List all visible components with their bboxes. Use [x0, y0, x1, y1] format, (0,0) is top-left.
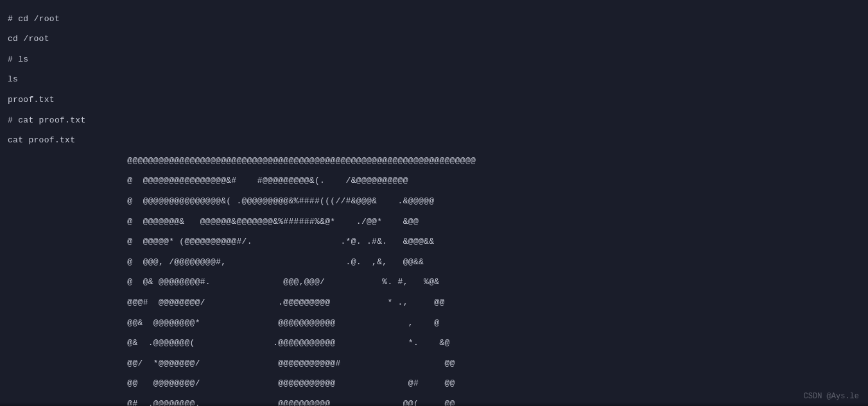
ascii-art-line: @@@# @@@@@@@@/ .@@@@@@@@@ * ., @@ — [8, 298, 860, 308]
terminal-line: ls — [8, 74, 860, 85]
terminal-line: # cd /root — [8, 14, 860, 24]
watermark: CSDN @Ays.le — [804, 392, 859, 401]
shadow-decoration — [0, 402, 868, 406]
ascii-art-line: @ @@@@@@@@@@@@@@@@&# #@@@@@@@@@&(. /&@@@… — [8, 176, 860, 186]
ascii-art-line: @@& @@@@@@@@* @@@@@@@@@@@ , @ — [8, 318, 860, 328]
terminal-output: # cd /root cd /root # ls ls proof.txt # … — [8, 4, 860, 406]
terminal-line: # cat proof.txt — [8, 115, 860, 126]
terminal-line: cat proof.txt — [8, 135, 860, 146]
terminal-line: proof.txt — [8, 95, 860, 105]
ascii-art-line: @ @@@, /@@@@@@@@#, .@. ,&, @@&& — [8, 257, 860, 267]
terminal-line: # ls — [8, 55, 860, 65]
ascii-art-line: @& .@@@@@@@( .@@@@@@@@@@@ *. &@ — [8, 338, 860, 348]
ascii-art-line: @@@@@@@@@@@@@@@@@@@@@@@@@@@@@@@@@@@@@@@@… — [8, 156, 860, 166]
terminal-line: cd /root — [8, 34, 860, 44]
ascii-art-line: @ @@@@@@@& @@@@@@&@@@@@@@&%######%&@* ./… — [8, 217, 860, 227]
ascii-art-line: @@ @@@@@@@@/ @@@@@@@@@@@ @# @@ — [8, 378, 860, 389]
ascii-art-line: @@/ *@@@@@@@/ @@@@@@@@@@@# @@ — [8, 359, 860, 369]
ascii-art-line: @ @@@@@@@@@@@@@@@&( .@@@@@@@@@&%####(((/… — [8, 196, 860, 207]
ascii-art-line: @ @& @@@@@@@@#. @@@,@@@/ %. #, %@& — [8, 277, 860, 287]
ascii-art-line: @ @@@@@* (@@@@@@@@@@#/. .*@. .#&. &@@@&& — [8, 237, 860, 247]
